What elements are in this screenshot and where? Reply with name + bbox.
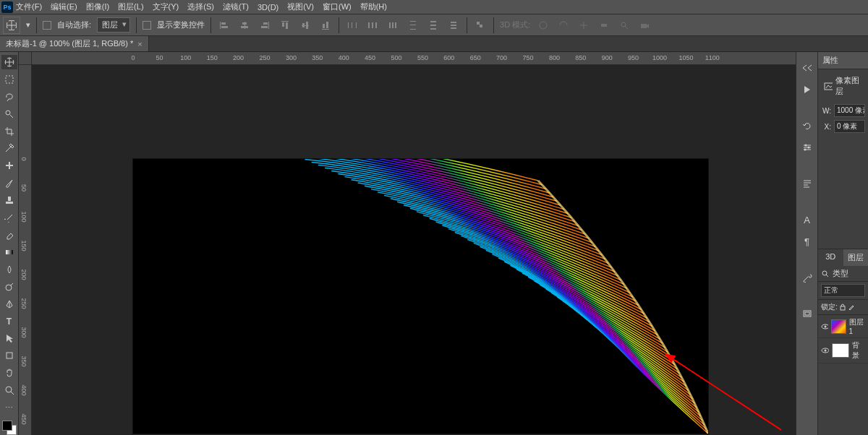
svg-point-49 [6, 285, 12, 290]
menu-select[interactable]: 选择(S) [187, 1, 214, 12]
3d-orbit-button[interactable] [536, 18, 550, 33]
layer-item[interactable]: 背景 [818, 338, 868, 363]
auto-select-checkbox[interactable] [43, 21, 51, 30]
dock-play-icon[interactable] [800, 82, 814, 97]
panel-dock-strip: A ¶ [796, 52, 817, 435]
path-select-tool[interactable] [1, 332, 17, 346]
menu-help[interactable]: 帮助(H) [360, 1, 387, 12]
dock-paragraph2-icon[interactable]: ¶ [800, 234, 814, 249]
menu-filter[interactable]: 滤镜(T) [223, 1, 249, 12]
align-right-button[interactable] [258, 18, 272, 33]
dock-tools-icon[interactable] [800, 270, 814, 285]
quick-select-tool[interactable] [1, 107, 17, 121]
auto-select-mode-dropdown[interactable]: 图层 [97, 17, 130, 33]
eraser-tool[interactable] [1, 228, 17, 242]
svg-rect-1 [221, 22, 226, 25]
distribute-hr-button[interactable] [386, 18, 400, 33]
brush-icon[interactable] [848, 303, 855, 311]
menu-window[interactable]: 窗口(W) [323, 1, 352, 12]
dock-expand-icon[interactable] [800, 61, 814, 75]
history-brush-tool[interactable] [1, 210, 17, 225]
pixel-layer-icon [824, 81, 833, 91]
type-tool[interactable]: T [1, 314, 17, 329]
dock-libraries-icon[interactable] [800, 306, 814, 321]
align-vcenter-button[interactable] [298, 18, 312, 33]
hand-tool[interactable] [1, 366, 17, 380]
menu-view[interactable]: 视图(V) [287, 1, 314, 12]
distribute-vc-button[interactable] [426, 18, 441, 33]
dock-paragraph-icon[interactable] [800, 176, 814, 191]
zoom-tool[interactable] [1, 383, 17, 397]
shape-tool[interactable] [1, 348, 17, 363]
distribute-v-button[interactable] [406, 18, 420, 33]
distribute-h-button[interactable] [345, 18, 359, 33]
align-left-button[interactable] [217, 18, 231, 33]
align-bottom-button[interactable] [318, 18, 333, 33]
ruler-origin[interactable] [19, 52, 32, 65]
x-value[interactable]: 0 像素 [834, 120, 865, 133]
close-tab-button[interactable]: × [137, 40, 142, 48]
layer-thumbnail[interactable] [832, 343, 849, 358]
3d-roll-button[interactable] [556, 18, 571, 33]
blur-tool[interactable] [1, 262, 17, 277]
tab-3d[interactable]: 3D [818, 249, 843, 266]
filter-kind-label[interactable]: 类型 [833, 268, 848, 279]
3d-slide-button[interactable] [597, 18, 611, 33]
visibility-icon[interactable] [821, 346, 829, 355]
tab-layers[interactable]: 图层 [843, 249, 869, 266]
dock-history-icon[interactable] [800, 119, 814, 133]
pen-tool[interactable] [1, 297, 17, 311]
distribute-hc-button[interactable] [365, 18, 380, 33]
align-hcenter-button[interactable] [237, 18, 252, 33]
dock-adjust-icon[interactable] [800, 140, 814, 155]
svg-rect-41 [641, 24, 647, 28]
svg-rect-28 [410, 25, 416, 25]
menu-3d[interactable]: 3D(D) [258, 3, 278, 12]
gradient-tool[interactable] [1, 245, 17, 259]
properties-panel-tab[interactable]: 属性 [818, 52, 868, 69]
document-tab[interactable]: 未标题-1 @ 100% (图层 1, RGB/8) * × [0, 36, 149, 51]
document-canvas[interactable] [133, 159, 708, 434]
menu-layer[interactable]: 图层(L) [118, 1, 143, 12]
svg-rect-48 [6, 250, 13, 254]
3d-zoom-button[interactable] [617, 18, 631, 33]
3d-camera-button[interactable] [637, 18, 652, 33]
eyedropper-tool[interactable] [1, 142, 17, 156]
foreground-background-colors[interactable] [2, 421, 17, 435]
menu-edit[interactable]: 编辑(E) [51, 1, 77, 12]
visibility-icon[interactable] [821, 322, 828, 331]
layer-name[interactable]: 背景 [852, 340, 865, 361]
show-transform-checkbox[interactable] [142, 21, 151, 30]
ruler-horizontal[interactable]: 0501001502002503003504004505005506006507… [32, 52, 796, 65]
crop-tool[interactable] [1, 124, 17, 139]
layer-name[interactable]: 图层 1 [849, 317, 865, 335]
dock-character-icon[interactable]: A [800, 212, 814, 227]
layer-item[interactable]: 图层 1 [818, 315, 868, 338]
menu-image[interactable]: 图像(I) [86, 1, 109, 12]
dodge-tool[interactable] [1, 280, 17, 294]
svg-rect-47 [6, 202, 13, 204]
brush-tool[interactable] [1, 176, 17, 190]
layer-thumbnail[interactable] [831, 319, 846, 334]
layers-panel: 3D 图层 类型 正常 锁定: 图层 1 [818, 249, 868, 363]
blend-mode-dropdown[interactable]: 正常 [821, 284, 865, 297]
edit-toolbar-button[interactable]: ⋯ [1, 400, 17, 415]
menu-file[interactable]: 文件(F) [16, 1, 42, 12]
svg-rect-27 [410, 21, 416, 22]
ruler-vertical[interactable]: 050100150200250300350400450 [19, 65, 32, 435]
auto-align-button[interactable] [473, 18, 488, 33]
move-tool[interactable] [1, 55, 17, 69]
marquee-tool[interactable] [1, 72, 17, 87]
3d-pan-button[interactable] [576, 18, 591, 33]
heal-tool[interactable] [1, 158, 17, 173]
svg-rect-17 [326, 22, 328, 28]
menu-type[interactable]: 文字(Y) [153, 1, 179, 12]
distribute-vb-button[interactable] [446, 18, 461, 33]
svg-rect-20 [356, 22, 357, 28]
lock-icon[interactable] [839, 303, 846, 311]
stamp-tool[interactable] [1, 193, 17, 207]
svg-point-54 [807, 147, 809, 149]
lasso-tool[interactable] [1, 90, 17, 104]
width-value[interactable]: 1000 像素 [834, 104, 865, 117]
align-top-button[interactable] [278, 18, 292, 33]
